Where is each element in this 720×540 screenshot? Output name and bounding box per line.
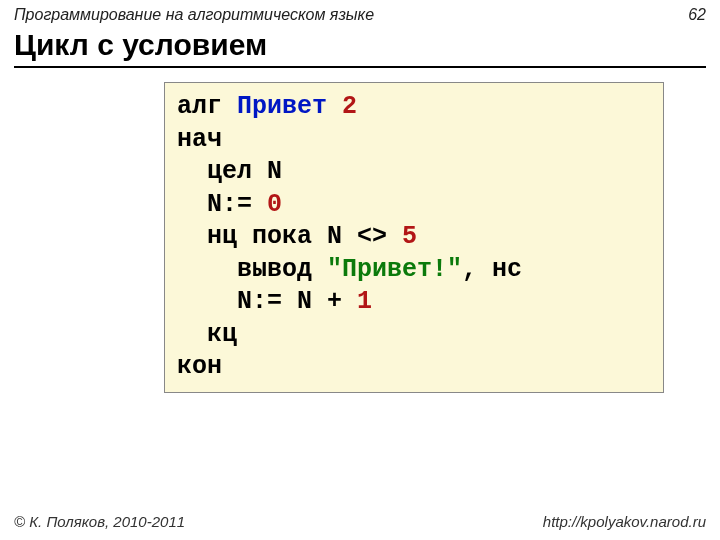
code-line-7a: N:= N + bbox=[177, 287, 357, 316]
code-line-3: цел N bbox=[177, 157, 282, 186]
slide-title: Цикл с условием bbox=[14, 28, 706, 62]
slide-footer: © К. Поляков, 2010-2011 http://kpolyakov… bbox=[14, 513, 706, 530]
code-line-6a: вывод bbox=[177, 255, 327, 284]
page-number: 62 bbox=[688, 6, 706, 24]
code-line-7-num: 1 bbox=[357, 287, 372, 316]
code-line-8: кц bbox=[177, 320, 237, 349]
code-line-6-str: "Привет!" bbox=[327, 255, 462, 284]
code-line-1-name: Привет bbox=[237, 92, 342, 121]
topic-text: Программирование на алгоритмическом язык… bbox=[14, 6, 374, 24]
code-line-1-num: 2 bbox=[342, 92, 357, 121]
code-line-6c: , нс bbox=[462, 255, 522, 284]
code-line-4a: N:= bbox=[177, 190, 267, 219]
code-line-5a: нц пока N <> bbox=[177, 222, 402, 251]
slide-header: Программирование на алгоритмическом язык… bbox=[14, 6, 706, 24]
slide: Программирование на алгоритмическом язык… bbox=[0, 0, 720, 540]
code-line-4-num: 0 bbox=[267, 190, 282, 219]
code-line-5-num: 5 bbox=[402, 222, 417, 251]
url: http://kpolyakov.narod.ru bbox=[543, 513, 706, 530]
code-block: алг Привет 2 нач цел N N:= 0 нц пока N <… bbox=[164, 82, 664, 393]
code-line-9: кон bbox=[177, 352, 222, 381]
copyright: © К. Поляков, 2010-2011 bbox=[14, 513, 185, 530]
title-divider bbox=[14, 66, 706, 68]
code-line-2: нач bbox=[177, 125, 222, 154]
code-line-1-kw: алг bbox=[177, 92, 237, 121]
